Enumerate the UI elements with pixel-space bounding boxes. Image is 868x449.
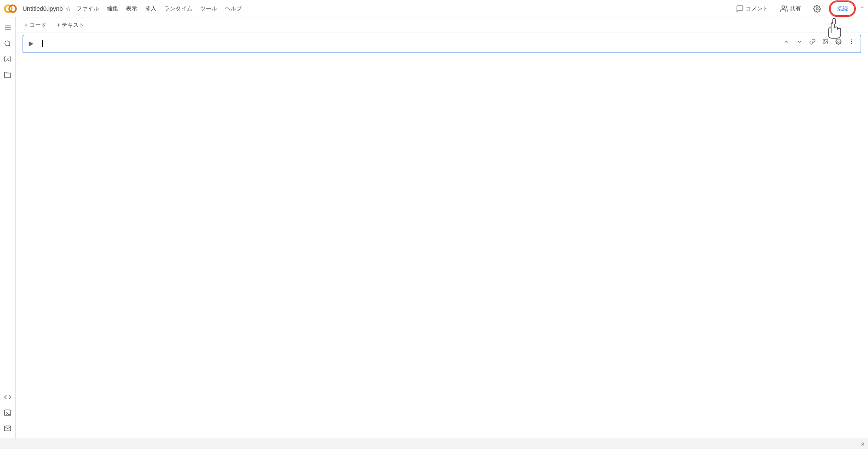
- sidebar-search-icon[interactable]: [1, 36, 15, 50]
- add-code-label: コード: [30, 21, 46, 29]
- star-icon[interactable]: ☆: [66, 5, 71, 12]
- cell-link-icon[interactable]: [807, 36, 818, 47]
- cell-container: [16, 33, 868, 439]
- header: Untitled0.ipynb ☆ ファイル 編集 表示 挿入 ランタイム ツー…: [0, 0, 868, 17]
- status-icons: ×: [861, 441, 865, 448]
- menu-edit[interactable]: 編集: [103, 3, 122, 14]
- sidebar-bottom: [1, 390, 15, 435]
- cell-toolbar-right: [781, 36, 857, 47]
- text-cursor: [42, 40, 43, 47]
- svg-point-15: [851, 41, 851, 42]
- sidebar-menu-icon[interactable]: [1, 21, 15, 35]
- svg-point-13: [838, 41, 839, 43]
- header-right: コメント 共有 接続 ⌃: [733, 1, 865, 16]
- svg-line-8: [9, 45, 10, 46]
- share-label: 共有: [790, 5, 801, 13]
- menu-runtime[interactable]: ランタイム: [161, 3, 196, 14]
- connect-button[interactable]: 接続: [830, 1, 855, 16]
- svg-point-14: [851, 40, 851, 40]
- code-cell: [23, 35, 861, 53]
- menu-help[interactable]: ヘルプ: [221, 3, 245, 14]
- chevron-up-icon[interactable]: ⌃: [860, 6, 865, 12]
- cell-more-icon[interactable]: [846, 36, 857, 47]
- svg-point-3: [816, 7, 818, 10]
- toolbar: + コード + テキスト: [16, 17, 868, 33]
- comment-button[interactable]: コメント: [733, 3, 772, 14]
- cell-image-icon[interactable]: [820, 36, 831, 47]
- add-text-label: テキスト: [62, 21, 84, 29]
- settings-button[interactable]: [810, 3, 825, 14]
- run-cell-button[interactable]: [23, 35, 39, 53]
- cell-settings-icon[interactable]: [833, 36, 844, 47]
- sidebar: {x}: [0, 17, 16, 439]
- comment-label: コメント: [746, 5, 768, 13]
- sidebar-terminal-icon[interactable]: [1, 406, 15, 419]
- menu-tools[interactable]: ツール: [197, 3, 221, 14]
- svg-point-16: [851, 43, 851, 44]
- close-status-icon[interactable]: ×: [861, 441, 865, 448]
- menu-view[interactable]: 表示: [122, 3, 141, 14]
- move-up-icon[interactable]: [781, 36, 792, 47]
- share-button[interactable]: 共有: [777, 3, 805, 14]
- colab-logo: [3, 2, 17, 16]
- svg-point-1: [9, 5, 16, 12]
- move-down-icon[interactable]: [794, 36, 805, 47]
- menu-insert[interactable]: 挿入: [142, 3, 160, 14]
- logo-area: [3, 2, 17, 16]
- svg-point-2: [782, 6, 785, 8]
- play-icon: [29, 41, 33, 46]
- sidebar-files-icon[interactable]: [1, 68, 15, 82]
- notebook-name[interactable]: Untitled0.ipynb: [23, 5, 63, 12]
- add-text-button[interactable]: + テキスト: [53, 20, 88, 31]
- sidebar-variables-icon[interactable]: {x}: [1, 52, 15, 66]
- sidebar-secrets-icon[interactable]: [1, 421, 15, 435]
- cell-input[interactable]: [39, 35, 861, 53]
- notebook-title: Untitled0.ipynb ☆: [23, 5, 71, 12]
- add-code-button[interactable]: + コード: [21, 20, 50, 31]
- status-bar: ×: [0, 439, 868, 449]
- svg-point-7: [5, 41, 10, 46]
- svg-point-12: [824, 40, 825, 41]
- menu-bar: ファイル 編集 表示 挿入 ランタイム ツール ヘルプ: [73, 3, 245, 14]
- sidebar-code-icon[interactable]: [1, 390, 15, 404]
- menu-file[interactable]: ファイル: [73, 3, 102, 14]
